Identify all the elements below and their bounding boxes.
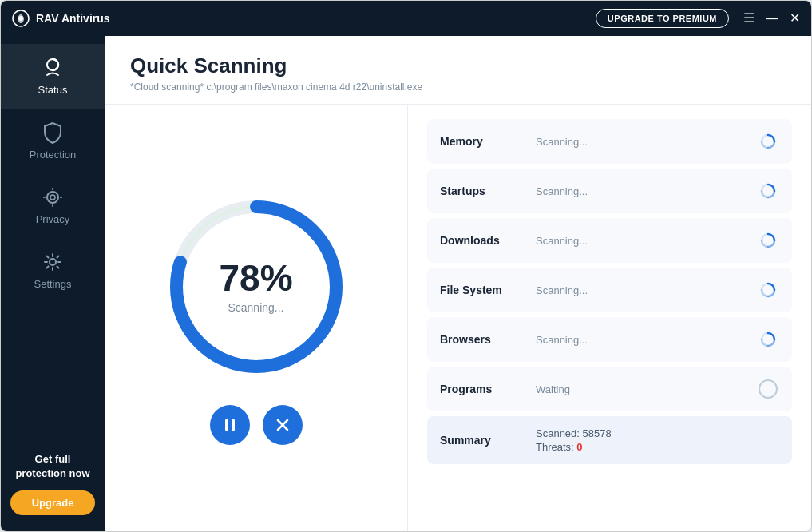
scan-subtitle: *Cloud scanning* c:\program files\maxon … [130, 81, 786, 93]
content-body: 78% Scanning... [105, 105, 811, 531]
svg-point-9 [50, 259, 56, 265]
scan-item-programs: Programs Waiting [427, 367, 792, 411]
window-controls: ☰ — ✕ [743, 12, 800, 25]
rav-logo-icon [12, 10, 30, 27]
sidebar-privacy-label: Privacy [36, 213, 70, 225]
scan-item-browsers: Browsers Scanning... [427, 317, 792, 362]
content-header: Quick Scanning *Cloud scanning* c:\progr… [105, 36, 811, 105]
sidebar-item-status[interactable]: Status [1, 44, 105, 109]
upgrade-to-premium-button[interactable]: UPGRADE TO PREMIUM [596, 9, 729, 28]
pause-icon [222, 417, 238, 433]
menu-icon[interactable]: ☰ [743, 12, 755, 25]
scanned-count: Scanned: 58578 [536, 427, 612, 439]
progress-ring: 78% Scanning... [160, 191, 352, 383]
summary-stats: Scanned: 58578 Threats: 0 [536, 427, 612, 453]
scan-item-summary: Summary Scanned: 58578 Threats: 0 [427, 416, 792, 464]
filesystem-scan-icon [757, 279, 779, 301]
svg-point-3 [47, 192, 58, 203]
settings-icon [42, 251, 64, 273]
scan-item-memory: Memory Scanning... [427, 119, 792, 164]
sidebar-item-privacy[interactable]: Privacy [1, 173, 105, 238]
svg-rect-13 [225, 419, 228, 431]
scan-item-filesystem: File System Scanning... [427, 268, 792, 312]
close-icon[interactable]: ✕ [790, 12, 800, 25]
downloads-scan-icon [757, 229, 779, 252]
app-logo: RAV Antivirus [12, 10, 110, 27]
sidebar-item-settings[interactable]: Settings [1, 238, 105, 303]
stop-icon [276, 419, 289, 431]
app-window: RAV Antivirus UPGRADE TO PREMIUM ☰ — ✕ [0, 0, 812, 532]
status-icon [42, 57, 64, 79]
status-panel: Memory Scanning... [408, 105, 811, 531]
sidebar-protection-label: Protection [30, 149, 77, 161]
title-bar: RAV Antivirus UPGRADE TO PREMIUM ☰ — ✕ [1, 1, 811, 36]
browsers-scan-icon [757, 328, 779, 351]
progress-center: 78% Scanning... [219, 260, 292, 314]
main-layout: Status Protection [1, 36, 811, 531]
content-area: Quick Scanning *Cloud scanning* c:\progr… [105, 36, 811, 531]
sidebar: Status Protection [1, 36, 105, 531]
progress-percent: 78% [219, 260, 292, 296]
sidebar-item-protection[interactable]: Protection [1, 109, 105, 173]
startups-scan-icon [757, 180, 779, 202]
progress-label: Scanning... [219, 301, 292, 314]
programs-waiting-icon [757, 378, 779, 400]
svg-point-4 [50, 195, 55, 200]
sidebar-bottom: Get full protection now Upgrade [1, 439, 105, 531]
minimize-icon[interactable]: — [766, 12, 778, 25]
stop-button[interactable] [263, 405, 303, 445]
pause-button[interactable] [210, 405, 250, 445]
scan-controls [210, 405, 303, 445]
app-name: RAV Antivirus [36, 12, 110, 25]
sidebar-settings-label: Settings [34, 278, 72, 290]
svg-point-1 [18, 16, 23, 21]
get-protection-text: Get full protection now [10, 452, 95, 481]
page-title: Quick Scanning [130, 54, 786, 78]
scan-item-startups: Startups Scanning... [427, 169, 792, 213]
memory-scan-icon [757, 130, 779, 153]
upgrade-sidebar-button[interactable]: Upgrade [10, 490, 95, 515]
protection-icon [42, 121, 64, 144]
scan-item-downloads: Downloads Scanning... [427, 218, 792, 263]
svg-rect-14 [232, 419, 235, 431]
sidebar-status-label: Status [38, 84, 68, 96]
threats-count: Threats: 0 [536, 441, 612, 453]
privacy-icon [42, 186, 64, 208]
scan-panel: 78% Scanning... [105, 105, 408, 531]
